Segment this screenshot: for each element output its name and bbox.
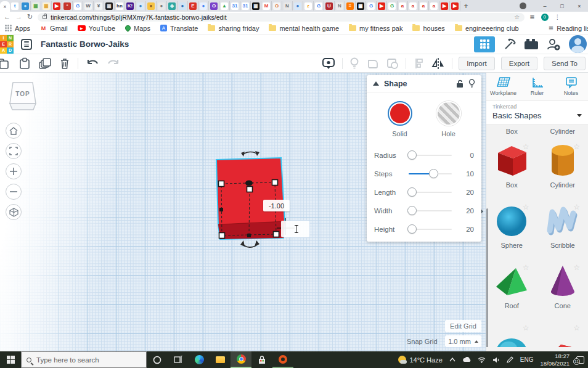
design-title[interactable]: Fantastic Borwo-Jaiks [41,39,129,49]
notes-tool[interactable]: Notes [554,73,588,100]
collapse-panel-icon[interactable] [373,81,379,86]
browser-tab[interactable]: ▦ [251,1,261,10]
extension-badge[interactable]: 0 [541,14,549,21]
file-explorer-button[interactable] [210,351,231,368]
favorite-star-icon[interactable]: ☆ [523,324,529,332]
browser-tab[interactable]: ● [20,1,31,10]
browser-tab[interactable]: ● [157,1,167,10]
browser-tab[interactable]: ▶ [377,1,387,10]
onedrive-icon[interactable] [462,357,471,362]
pen-icon[interactable] [507,356,513,363]
edge-app-button[interactable] [189,351,210,368]
shape-tile-box[interactable]: ☆ Box [486,142,537,189]
action-center-icon[interactable]: 11 [576,356,584,364]
browser-profile-icon[interactable] [520,2,526,9]
orange-app-button[interactable] [272,351,293,368]
browser-tab[interactable]: ▶ [450,1,460,10]
favorite-star-icon[interactable]: ☆ [523,203,529,211]
shape-tile-sphere[interactable]: ☆ Sphere [486,203,537,249]
browser-tab[interactable]: W [83,1,94,10]
ungroup-icon[interactable] [386,57,399,70]
undo-icon[interactable] [86,58,99,69]
workplane-tool[interactable]: Workplane [486,73,520,100]
browser-tab[interactable]: 31 [230,1,240,10]
browser-tab[interactable]: G [314,1,324,10]
mirror-icon[interactable] [431,57,446,70]
lock-icon[interactable] [456,80,463,88]
bookmark-translate[interactable]: A Translate [160,25,198,32]
scale-handle-mid-left[interactable] [219,208,223,211]
url-input[interactable]: tinkercad.com/things/5pIjRMXmy7K-fantast… [38,13,525,22]
ruler-tool[interactable]: Ruler [520,73,554,100]
store-app-button[interactable] [251,351,272,368]
user-avatar[interactable] [569,35,587,53]
weather-widget[interactable]: 14°C Haze [398,356,442,364]
bookmark-folder-my-fitness-pak[interactable]: my fitness pak [349,25,402,32]
browser-tab[interactable]: ◆ [167,1,178,10]
solid-swatch[interactable] [388,101,412,126]
start-button[interactable] [0,351,21,368]
radius-slider[interactable] [409,155,452,156]
browser-tab[interactable]: ● [293,1,303,10]
shape-tile-partial-right[interactable]: ☆ [537,324,588,347]
solid-option[interactable]: Solid [388,101,412,137]
rotate-handle-top[interactable] [241,151,259,157]
hole-swatch[interactable] [436,101,461,126]
shape-tile-cylinder[interactable]: ☆ Cylinder [537,142,588,189]
redo-icon[interactable] [107,58,120,69]
paste-icon[interactable] [18,57,31,70]
shape-tile-partial-left[interactable]: ☆ [486,324,537,347]
bookmark-apps[interactable]: Apps [5,25,30,32]
bookmark-folder-sharing-friday[interactable]: sharing friday [208,25,259,32]
scale-handle-top-right[interactable] [272,180,278,186]
browser-tab[interactable]: hn [115,1,125,10]
duplicate-icon[interactable] [38,57,52,70]
new-tab-button[interactable]: + [460,1,472,11]
browser-tab[interactable]: G [387,1,398,10]
browser-tab[interactable]: a [398,1,408,10]
taskbar-clock[interactable]: 18:27 18/06/2021 [540,353,570,367]
maximize-button[interactable]: □ [553,0,571,12]
browser-tab[interactable]: N [282,1,293,10]
favorite-star-icon[interactable]: ☆ [573,263,580,272]
browser-tab[interactable]: 31 [240,1,251,10]
align-icon[interactable] [412,57,425,70]
bookmark-maps[interactable]: Maps [125,25,150,32]
light-bulb-icon[interactable] [349,57,360,70]
scale-handle-top-left[interactable] [219,181,224,187]
light-bulb-icon[interactable] [468,79,475,88]
taskbar-search[interactable]: Type here to search [21,351,147,368]
shape-tile-cone[interactable]: ☆ Cone [537,263,588,309]
snap-grid-select[interactable]: 1.0 mm [445,335,481,347]
bookmark-star-icon[interactable]: ☆ [514,14,520,20]
cortana-button[interactable] [147,351,168,368]
bookmark-folder-engineering-club[interactable]: engineeering club [455,25,519,32]
dimension-input[interactable] [281,221,309,237]
language-indicator[interactable]: ENG [520,356,534,363]
bookmark-folder-houses[interactable]: houses [412,25,444,32]
tinkercad-logo[interactable]: INERAD [0,35,14,54]
add-user-icon[interactable] [545,37,561,52]
volume-icon[interactable] [492,357,500,363]
reading-list-button[interactable]: ≣ Reading list [549,25,588,32]
browser-tab[interactable]: ▦ [31,1,41,10]
rotate-handle-bottom[interactable] [240,240,259,247]
minimize-button[interactable]: – [536,0,553,12]
favorite-star-icon[interactable]: ☆ [573,324,580,332]
browser-tab[interactable]: E [188,1,198,10]
scale-handle-mid-bottom[interactable] [247,234,251,237]
hole-option[interactable]: Hole [436,101,461,137]
tab-close-icon[interactable]: × [3,4,6,10]
chrome-app-button[interactable] [231,351,251,368]
back-icon[interactable]: ← [4,14,10,20]
browser-tab[interactable]: G [73,1,83,10]
import-button[interactable]: Import [459,57,495,70]
shape-tile-roof[interactable]: ☆ Roof [486,263,537,309]
height-handle[interactable] [247,187,253,192]
scale-handle-bottom-left[interactable] [219,233,225,239]
browser-tab[interactable]: ≡ [345,1,356,10]
browser-tab[interactable]: ▶ [439,1,450,10]
browser-tab[interactable]: ▦ [41,1,52,10]
browser-tab[interactable]: ▦ [356,1,366,10]
steps-slider[interactable] [409,173,452,174]
